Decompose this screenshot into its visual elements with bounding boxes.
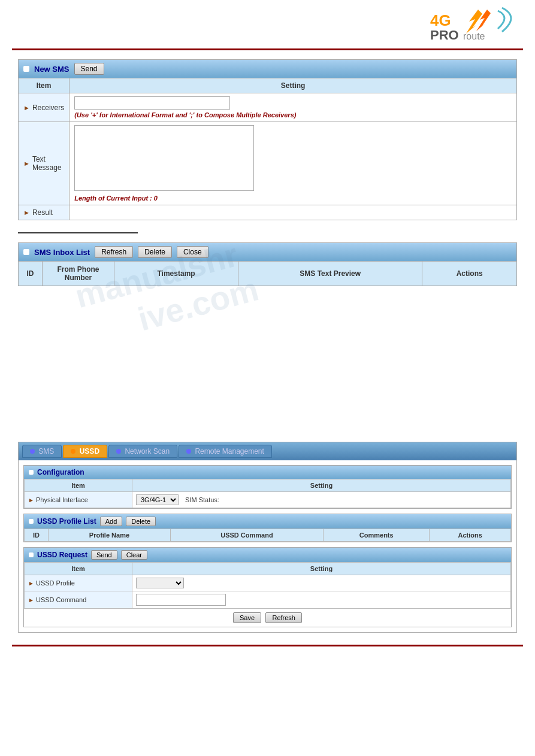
ussd-profile-add-button[interactable]: Add [100, 517, 123, 526]
logo-svg: 4G PRO route [427, 5, 523, 47]
ussd-profile-title: USSD Profile List [37, 517, 96, 526]
text-message-row: ► Text Message Length of Current Input :… [19, 122, 517, 205]
ussd-profile-dot [29, 519, 34, 524]
ussd-col-profile-name: Profile Name [49, 529, 171, 542]
ussd-request-title: USSD Request [37, 551, 87, 559]
tab-bar: SMS USSD Network Scan Remote Management [19, 442, 516, 460]
physical-interface-row: ► Physical Interface 3G/4G-13G/4G-2 SIM … [25, 492, 511, 508]
logo-header: 4G PRO route [0, 0, 535, 48]
text-message-arrow: ► [23, 160, 30, 167]
configuration-table: Item Setting ► Physical Interface 3G/4G-… [24, 479, 511, 508]
col-setting: Setting [69, 78, 517, 93]
ussd-command-row: ► USSD Command [25, 591, 511, 609]
config-col-setting: Setting [132, 479, 511, 492]
ussd-command-input-cell [132, 591, 511, 609]
inbox-header: SMS Inbox List Refresh Delete Close [19, 243, 516, 261]
bottom-ussd-panel: SMS USSD Network Scan Remote Management [18, 442, 517, 633]
result-row: ► Result [19, 205, 517, 220]
inbox-dot [23, 249, 29, 255]
config-dot [29, 470, 34, 475]
tab-ussd[interactable]: USSD [63, 445, 107, 458]
main-content: New SMS Send Item Setting ► Rec [0, 59, 535, 633]
ussd-command-arrow: ► [28, 597, 34, 603]
text-message-input[interactable] [74, 125, 254, 191]
ussd-save-button[interactable]: Save [233, 612, 261, 623]
tab-network-scan[interactable]: Network Scan [108, 445, 177, 458]
panel-dot [23, 66, 29, 72]
inbox-close-button[interactable]: Close [177, 246, 208, 258]
physical-interface-label-cell: ► Physical Interface [25, 492, 132, 508]
physical-interface-setting-cell: 3G/4G-13G/4G-2 SIM Status: [132, 492, 511, 508]
tab-sms-label: SMS [38, 447, 54, 456]
ussd-request-send-button[interactable]: Send [91, 550, 117, 560]
new-sms-header: New SMS Send [19, 60, 516, 78]
receivers-label-cell: ► Receivers [19, 93, 69, 122]
ussd-profile-select-cell [132, 575, 511, 591]
tab-sms-dot [30, 449, 35, 454]
text-message-text: Text Message [32, 155, 64, 172]
ussd-profile-header: USSD Profile List Add Delete [24, 514, 511, 529]
result-setting-cell [69, 205, 517, 220]
tab-remote-mgmt[interactable]: Remote Management [179, 445, 272, 458]
sms-inbox-panel: SMS Inbox List Refresh Delete Close ID F… [18, 242, 517, 286]
config-col-item: Item [25, 479, 132, 492]
physical-interface-label: Physical Interface [36, 496, 88, 503]
ussd-req-col-item: Item [25, 563, 132, 575]
tab-ussd-label: USSD [80, 447, 99, 456]
receivers-setting-cell: (Use '+' for International Format and ';… [69, 93, 517, 122]
ussd-profile-delete-button[interactable]: Delete [126, 517, 156, 526]
tab-sms[interactable]: SMS [22, 445, 62, 458]
result-text: Result [32, 208, 53, 217]
inbox-col-timestamp: Timestamp [114, 262, 238, 286]
tab-ussd-dot [71, 449, 75, 454]
receivers-row: ► Receivers (Use '+' for International F… [19, 93, 517, 122]
ussd-profile-label-cell: ► USSD Profile [25, 575, 132, 591]
length-label: Length of Current Input : [74, 195, 152, 202]
send-button[interactable]: Send [74, 63, 104, 75]
receivers-text: Receivers [32, 104, 64, 112]
receivers-input[interactable] [74, 96, 230, 110]
ussd-profile-table: ID Profile Name USSD Command Comments Ac… [24, 529, 511, 542]
result-arrow: ► [23, 209, 30, 216]
inbox-col-actions: Actions [422, 262, 517, 286]
col-item: Item [19, 78, 69, 93]
inbox-col-id: ID [19, 262, 43, 286]
ussd-request-panel: USSD Request Send Clear Item Setting [23, 547, 512, 627]
ussd-profile-row: ► USSD Profile [25, 575, 511, 591]
configuration-title: Configuration [37, 468, 84, 476]
svg-text:PRO: PRO [430, 28, 459, 42]
inbox-delete-button[interactable]: Delete [138, 246, 172, 258]
length-indicator: Length of Current Input : 0 [74, 195, 512, 202]
inbox-refresh-button[interactable]: Refresh [95, 246, 133, 258]
sim-status-label: SIM Status: [185, 496, 219, 503]
configuration-header: Configuration [24, 466, 511, 479]
text-message-label-cell: ► Text Message [19, 122, 69, 205]
spacer [18, 298, 517, 430]
new-sms-title: New SMS [34, 65, 69, 74]
ussd-command-input[interactable] [136, 594, 226, 606]
ussd-request-dot [29, 552, 34, 557]
configuration-panel: Configuration Item Setting ► Physic [23, 465, 512, 509]
ussd-request-actions: Save Refresh [24, 609, 511, 627]
ussd-request-header: USSD Request Send Clear [24, 548, 511, 562]
svg-text:route: route [463, 31, 485, 41]
ussd-command-label-cell: ► USSD Command [25, 591, 132, 609]
result-label-cell: ► Result [19, 205, 69, 220]
tab-network-dot [116, 449, 121, 454]
ussd-profile-arrow: ► [28, 580, 34, 587]
length-value: 0 [154, 195, 158, 202]
ussd-request-clear-button[interactable]: Clear [121, 550, 147, 560]
ussd-refresh-button[interactable]: Refresh [265, 612, 302, 623]
tab-remote-label: Remote Management [195, 447, 264, 456]
ussd-col-id: ID [25, 529, 49, 542]
physical-interface-select[interactable]: 3G/4G-13G/4G-2 [136, 494, 179, 505]
tab-network-label: Network Scan [125, 447, 170, 456]
svg-text:4G: 4G [430, 11, 451, 29]
ussd-col-comments: Comments [324, 529, 430, 542]
ussd-profile-req-select[interactable] [136, 578, 184, 588]
textarea-wrapper [74, 125, 254, 193]
inbox-title: SMS Inbox List [34, 248, 90, 257]
ussd-profile-list-panel: USSD Profile List Add Delete ID Profile … [23, 514, 512, 542]
inbox-col-from-phone: From Phone Number [43, 262, 114, 286]
physical-interface-arrow: ► [28, 497, 34, 503]
